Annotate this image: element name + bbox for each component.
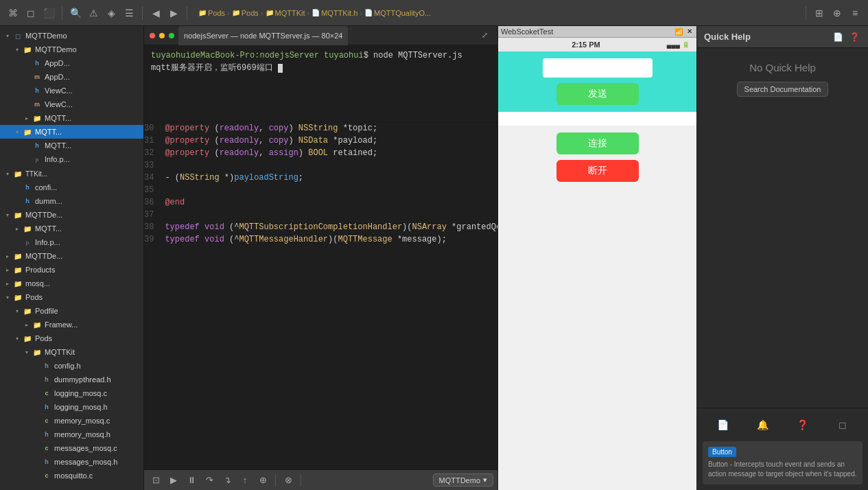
bottom-help-icon[interactable]: ❓ [795,417,811,433]
sidebar-item-logging-h[interactable]: h logging_mosq.h [0,400,143,414]
sidebar-item-config-h[interactable]: h config.h [0,359,143,373]
sidebar-item-viewcontroller-m[interactable]: m ViewC... [0,97,143,111]
quick-help-panel: Quick Help 📄 ❓ No Quick Help Search Docu… [696,26,868,490]
breadcrumb-pods2[interactable]: 📁 Pods [232,9,259,17]
breadcrumb-mqttquality[interactable]: 📄 MQTTQualityO... [364,9,431,17]
line-number: 32 [144,147,161,159]
pause-btn[interactable]: ⏸ [184,473,199,488]
bottom-box-icon[interactable]: ◻ [834,417,851,433]
sidebar-item-messages-h[interactable]: h messages_mosq.h [0,455,143,469]
toolbar-sep-1 [62,6,62,20]
breadcrumb-mqttkith[interactable]: 📄 MQTTKit.h [312,9,357,17]
app-connect-button[interactable]: 连接 [556,132,639,154]
scheme-selector[interactable]: MQTTDemo ▾ [433,474,494,487]
breadcrumb-mqttkit[interactable]: 📁 MQTTKit [266,9,305,17]
toolbar-warn-icon[interactable]: ⚠ [86,5,101,21]
sidebar-item-pods-sub[interactable]: 📁 Pods [0,331,143,345]
sidebar-item-logging-c[interactable]: c logging_mosq.c [0,386,143,400]
terminal-resize-icon[interactable]: ⤢ [477,28,492,43]
toolbar-next-icon[interactable]: ▶ [166,5,181,21]
toolbar-prev-icon[interactable]: ◀ [148,5,163,21]
sidebar-item-products[interactable]: 📁 Products [0,263,143,277]
sidebar-item-mosquitto-c[interactable]: c mosquitto.c [0,469,143,482]
sidebar-item-ttkitfolder[interactable]: 📁 TTKit... [0,167,143,180]
sidebar-item-infoplist[interactable]: p Info.p... [0,152,143,166]
bottom-bell-icon[interactable]: 🔔 [754,417,771,433]
panel-doc-icon[interactable]: 📄 [831,30,845,44]
simulator-close-btn[interactable]: ✕ [685,27,694,36]
sidebar-label-pods: Pods [25,293,43,301]
sidebar-item-pods-root[interactable]: 📁 Pods [0,290,143,304]
sidebar-item-messages-c[interactable]: c messages_mosq.c [0,441,143,455]
sidebar-item-memory-h[interactable]: h memory_mosq.h [0,428,143,441]
sidebar-item-appdelegate-m[interactable]: m AppD... [0,70,143,84]
folder-icon: 📁 [32,319,43,330]
sidebar-item-info2[interactable]: p Info.p... [0,235,143,249]
debug-loc-btn[interactable]: ⊕ [255,473,270,488]
sidebar-item-mqttkit-sub[interactable]: 📁 MQTTKit [0,345,143,359]
sidebar-item-mqttde-main[interactable]: 📁 MQTTDe... [0,249,143,263]
terminal-header: nodejsServer — node MQTTServer.js — 80×2… [144,26,497,45]
header-file-icon: h [22,196,33,207]
line-number: 34 [144,172,161,184]
line-number: 38 [144,221,161,233]
sidebar-item-mqttkit-h[interactable]: h MQTT... [0,139,143,152]
code-line-34: 34 - (NSString *)payloadString; [144,172,497,184]
terminal-close-btn[interactable] [150,33,155,38]
sidebar-item-mosq2[interactable]: 📁 mosq... [0,277,143,290]
sidebar-item-configh[interactable]: h confi... [0,180,143,194]
toolbar-add-icon[interactable]: ⊕ [830,5,845,21]
step-out-btn[interactable]: ↑ [237,473,253,488]
terminal-tab[interactable]: nodejsServer — node MQTTServer.js — 80×2… [178,26,348,45]
sidebar-label-dummypthread-h: dummypthread.h [54,375,111,384]
project-icon: ◻ [12,30,23,41]
toolbar-xcode-icon[interactable]: ⌘ [5,5,21,21]
sidebar-item-podfile[interactable]: 📁 Podfile [0,304,143,318]
terminal-body[interactable]: tuyaohuideMacBook-Pro:nodejsServer tuyao… [144,45,497,121]
sidebar-label: MQTT... [35,224,62,233]
terminal-minimize-btn[interactable] [159,33,165,38]
sidebar-item-viewcontroller-h[interactable]: h ViewC... [0,84,143,97]
bottom-doc-icon[interactable]: 📄 [714,417,731,433]
panel-help-icon[interactable]: ❓ [847,30,861,44]
sidebar-item-mqttde-group[interactable]: 📁 MQTTDe... [0,208,143,222]
debug-view-btn[interactable]: ⊡ [148,473,163,488]
sidebar-item-mqttkit-folder2[interactable]: 📁 MQTT... [0,222,143,235]
toolbar-diamond-icon[interactable]: ◈ [104,5,119,21]
sidebar-label-config-h: config.h [54,362,81,370]
simulate-loc-btn[interactable]: ⊗ [281,473,296,488]
sidebar-item-dummypthread-h[interactable]: h dummypthread.h [0,373,143,386]
toolbar-layout2-icon[interactable]: ⊞ [812,5,827,21]
sidebar-label-products: Products [25,266,55,274]
code-line-36: 36 @end [144,196,497,209]
toolbar-menu-icon[interactable]: ≡ [847,5,863,21]
sidebar-label-pods-sub: Pods [35,334,52,342]
sidebar-item-appdelegate-h[interactable]: h AppD... [0,56,143,70]
sidebar-item-memory-c[interactable]: c memory_mosq.c [0,414,143,428]
sidebar-label: MQTT... [45,114,71,122]
terminal-maximize-btn[interactable] [169,33,174,38]
bottom-toolbar: ⊡ ▶ ⏸ ↷ ↴ ↑ ⊕ ⊗ MQTTDemo ▾ [144,469,497,490]
code-editor[interactable]: 30 @property (readonly, copy) NSString *… [144,122,497,469]
sidebar-item-dummypthread[interactable]: h dumm... [0,194,143,208]
search-documentation-button[interactable]: Search Documentation [737,82,829,97]
sidebar-item-mqttdemo-folder[interactable]: 📁 MQTTDemo [0,43,143,56]
sidebar-item-mqttdemo2[interactable]: 📁 MQTT... [0,125,143,139]
run-btn[interactable]: ▶ [166,473,181,488]
sidebar-item-mqtt-folder[interactable]: 📁 MQTT... [0,111,143,125]
step-over-btn[interactable]: ↷ [202,473,217,488]
breadcrumb-pods1[interactable]: 📁 Pods [198,9,225,17]
sidebar-item-mqttdemo-root[interactable]: ◻ MQTTDemo [0,29,143,43]
toolbar-layout-icon[interactable]: ◻ [23,5,38,21]
toolbar-search-icon[interactable]: 🔍 [68,5,83,21]
sidebar-label: MQTTDe... [25,211,62,219]
code-line-39: 39 typedef void (^MQTTMessageHandler)(MQ… [144,233,497,246]
toolbar-list-icon[interactable]: ☰ [121,5,137,21]
toolbar-stop-icon[interactable]: ⬛ [41,5,56,21]
sidebar-item-frameworks-top[interactable]: 📁 Framew... [0,318,143,331]
app-disconnect-button[interactable]: 断开 [556,160,639,182]
step-in-btn[interactable]: ↴ [220,473,235,488]
app-text-field[interactable] [543,58,653,78]
line-content: typedef void (^MQTTMessageHandler)(MQTTM… [161,233,497,246]
app-send-button[interactable]: 发送 [556,83,639,105]
